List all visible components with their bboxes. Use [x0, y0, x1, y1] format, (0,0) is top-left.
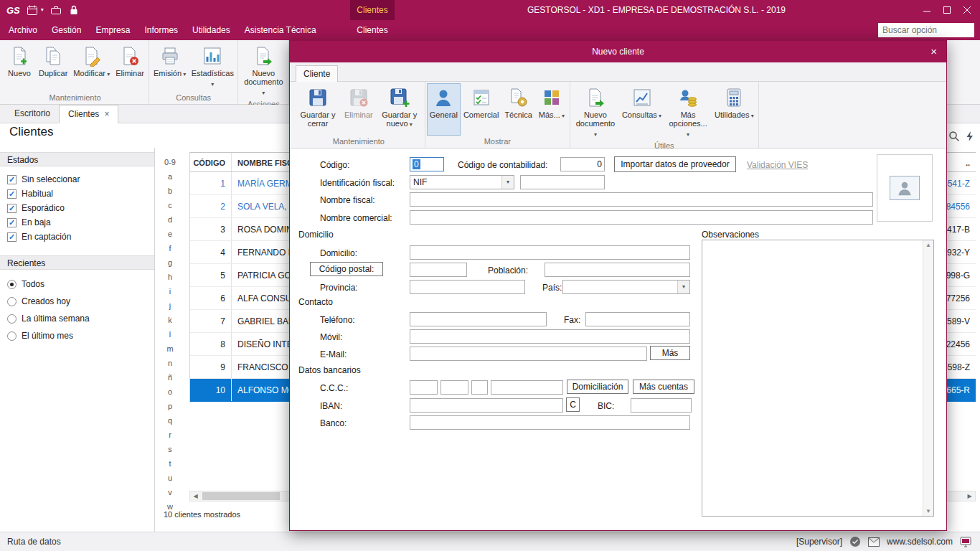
- poblacion-input[interactable]: [545, 263, 690, 277]
- alphabet-filter-s[interactable]: s: [158, 442, 182, 456]
- lightning-icon[interactable]: [964, 131, 976, 144]
- importar-datos-button[interactable]: Importar datos de proveedor: [614, 156, 736, 172]
- button-tecnica[interactable]: Técnica: [501, 83, 535, 136]
- close-button[interactable]: [957, 0, 977, 20]
- monitor-icon[interactable]: [960, 537, 971, 547]
- reciente-filter-creados-hoy[interactable]: Creados hoy: [0, 293, 154, 310]
- calendar-icon[interactable]: [27, 4, 38, 16]
- lock-icon[interactable]: [68, 4, 80, 16]
- alphabet-filter-r[interactable]: r: [158, 428, 182, 442]
- menu-item-informes[interactable]: Informes: [137, 20, 185, 40]
- estado-filter-habitual[interactable]: ✓Habitual: [0, 187, 154, 201]
- alphabet-filter-g[interactable]: g: [158, 255, 182, 270]
- mas-button[interactable]: Más: [650, 346, 690, 360]
- alphabet-filter-v[interactable]: v: [158, 485, 182, 499]
- codigo-postal-input[interactable]: [410, 263, 467, 277]
- email-input[interactable]: [410, 347, 647, 361]
- client-photo-placeholder[interactable]: [877, 154, 933, 222]
- scrollbar-thumb[interactable]: [202, 492, 280, 500]
- option-search-input[interactable]: [878, 23, 974, 37]
- button-consultas[interactable]: Consultas ▾: [619, 83, 664, 140]
- scroll-left-icon[interactable]: ◀: [190, 491, 201, 501]
- codigo-input[interactable]: 0: [410, 157, 444, 171]
- alphabet-filter-c[interactable]: c: [158, 198, 182, 212]
- button-mas-opciones[interactable]: Más opciones... ▾: [664, 83, 712, 140]
- button-guardar-y-cerrar[interactable]: Guardar y cerrar: [294, 83, 341, 136]
- tab-cliente[interactable]: Cliente: [296, 65, 338, 83]
- codigo-postal-button[interactable]: Código postal:: [310, 262, 383, 276]
- checkbox-icon[interactable]: ✓: [7, 204, 17, 213]
- pais-select[interactable]: ▾: [562, 280, 690, 294]
- alphabet-filter-l[interactable]: l: [158, 327, 182, 342]
- mail-icon[interactable]: [868, 537, 880, 547]
- alphabet-filter-a[interactable]: a: [158, 169, 182, 184]
- ccc-oficina-input[interactable]: [440, 380, 468, 395]
- menu-item-gestion[interactable]: Gestión: [44, 20, 88, 40]
- maximize-button[interactable]: [937, 0, 957, 20]
- close-icon[interactable]: ×: [930, 41, 937, 62]
- button-guardar-y-nuevo[interactable]: Guardar y nuevo ▾: [376, 83, 423, 136]
- domicilio-input[interactable]: [410, 245, 690, 260]
- statusbar-website-link[interactable]: www.sdelsol.com: [887, 537, 953, 547]
- alphabet-filter-j[interactable]: j: [158, 298, 182, 313]
- validacion-vies-link[interactable]: Validación VIES: [747, 160, 808, 170]
- button-general[interactable]: General: [427, 83, 461, 136]
- alphabet-filter-b[interactable]: b: [158, 184, 182, 198]
- ccc-entidad-input[interactable]: [410, 380, 438, 395]
- ccc-dc-input[interactable]: [471, 380, 488, 395]
- alphabet-filter-f[interactable]: f: [158, 241, 182, 255]
- dropdown-arrow-icon[interactable]: ▾: [41, 6, 44, 13]
- button-utilidades[interactable]: Utilidades ▾: [712, 83, 757, 140]
- observaciones-textarea[interactable]: ▲ ▼: [702, 240, 934, 517]
- fax-input[interactable]: [585, 312, 690, 326]
- bic-input[interactable]: [631, 398, 692, 413]
- alphabet-filter-k[interactable]: k: [158, 313, 182, 327]
- button-nuevo[interactable]: Nuevo: [3, 42, 36, 92]
- alphabet-filter-n[interactable]: ñ: [158, 370, 182, 385]
- reciente-filter-la-ultima-semana[interactable]: La última semana: [0, 310, 154, 327]
- idfiscal-number-input[interactable]: [520, 175, 605, 189]
- iban-input[interactable]: [410, 398, 563, 413]
- alphabet-filter-m[interactable]: m: [158, 342, 182, 356]
- alphabet-filter-o[interactable]: o: [158, 385, 182, 399]
- checkbox-icon[interactable]: ✓: [7, 175, 17, 184]
- banco-input[interactable]: [410, 415, 690, 430]
- observaciones-scrollbar[interactable]: ▲ ▼: [923, 240, 933, 516]
- menu-item-empresa[interactable]: Empresa: [88, 20, 137, 40]
- estado-filter-en-captacion[interactable]: ✓En captación: [0, 230, 154, 244]
- checkbox-icon[interactable]: ✓: [7, 232, 17, 242]
- estado-filter-sin-seleccionar[interactable]: ✓Sin seleccionar: [0, 172, 154, 187]
- briefcase-icon[interactable]: [50, 4, 62, 16]
- alphabet-filter-t[interactable]: t: [158, 456, 182, 471]
- alphabet-filter-q[interactable]: q: [158, 413, 182, 428]
- checkbox-icon[interactable]: ✓: [7, 189, 17, 199]
- estado-filter-esporadico[interactable]: ✓Esporádico: [0, 201, 154, 215]
- scroll-right-icon[interactable]: ▶: [964, 491, 975, 501]
- scroll-down-icon[interactable]: ▼: [923, 508, 933, 514]
- ccc-cuenta-input[interactable]: [491, 380, 563, 395]
- button-modificar[interactable]: Modificar ▾: [70, 42, 113, 92]
- menu-item-utilidades[interactable]: Utilidades: [185, 20, 237, 40]
- radio-icon[interactable]: [7, 314, 17, 324]
- button-eliminar[interactable]: Eliminar: [113, 42, 147, 92]
- menu-item-archivo[interactable]: Archivo: [1, 20, 44, 40]
- contabilidad-input[interactable]: 0: [560, 157, 605, 171]
- open-window-tab-clientes[interactable]: Clientes: [350, 0, 395, 20]
- provincia-input[interactable]: [410, 280, 525, 294]
- radio-icon[interactable]: [7, 331, 17, 341]
- reciente-filter-el-ultimo-mes[interactable]: El último mes: [0, 327, 154, 344]
- button-mas[interactable]: Más... ▾: [535, 83, 568, 136]
- movil-input[interactable]: [410, 329, 690, 344]
- radio-icon[interactable]: [7, 297, 17, 306]
- button-duplicar[interactable]: Duplicar: [36, 42, 70, 92]
- alphabet-filter-e[interactable]: e: [158, 227, 182, 241]
- button-emision[interactable]: Emisión ▾: [151, 42, 189, 92]
- scroll-up-icon[interactable]: ▲: [923, 242, 933, 248]
- search-icon[interactable]: [948, 131, 960, 144]
- tab-escritorio[interactable]: Escritorio: [6, 105, 59, 123]
- checkbox-icon[interactable]: ✓: [7, 218, 17, 227]
- button-estadisticas[interactable]: Estadísticas ▾: [189, 42, 236, 92]
- alphabet-filter-p[interactable]: p: [158, 399, 182, 413]
- calcular-iban-button[interactable]: C: [566, 397, 580, 412]
- alphabet-filter-u[interactable]: u: [158, 471, 182, 485]
